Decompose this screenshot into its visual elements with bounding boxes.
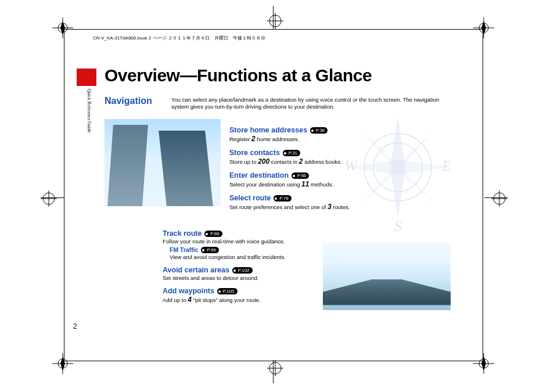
svg-marker-3 [60, 21, 65, 35]
feature-avoid-areas: Avoid certain areas P.102 Set streets an… [163, 266, 314, 281]
feature-desc: Set streets and areas to detour around. [163, 275, 314, 281]
feature-add-waypoints: Add waypoints P.103 Add up to 4 "pit sto… [163, 287, 314, 304]
feature-desc: Select your destination using 11 methods… [229, 180, 380, 188]
feature-enter-destination: Enter destination P.56 Select your desti… [229, 171, 380, 188]
red-accent-bar [77, 69, 96, 86]
page-ref-badge: P.99 [201, 247, 218, 253]
registration-mark-icon [52, 17, 73, 38]
side-tab-label: Quick Reference Guide [87, 89, 92, 133]
svg-marker-7 [481, 21, 486, 35]
registration-mark-icon [473, 17, 494, 38]
page-ref-badge: P.102 [232, 267, 253, 274]
feature-title: Store contacts [229, 149, 280, 157]
page-title: Overview—Functions at a Glance [105, 66, 372, 85]
intro-paragraph: You can select any place/landmark as a d… [171, 96, 450, 111]
page-ref-badge: P.78 [274, 195, 291, 202]
feature-title: Avoid certain areas [163, 266, 229, 274]
feature-desc: Store up to 200 contacts in 2 address bo… [229, 157, 380, 166]
page-number: 2 [73, 322, 77, 330]
feature-subtitle: FM Traffic [170, 246, 199, 253]
page-ref-badge: P.31 [283, 150, 300, 156]
buildings-photo [105, 119, 221, 206]
registration-mark-icon [52, 353, 73, 374]
feature-desc: Follow your route in real-time with voic… [163, 238, 314, 244]
registration-mark-icon [267, 13, 283, 29]
feature-select-route: Select route P.78 Set route preferences … [229, 194, 380, 211]
registration-mark-icon [41, 190, 57, 207]
highway-photo [323, 243, 451, 310]
page-ref-badge: P.80 [204, 231, 222, 237]
registration-mark-icon [267, 360, 283, 376]
page-ref-badge: P.56 [292, 172, 309, 179]
feature-fm-traffic: FM Traffic P.99 View and avoid congestio… [170, 246, 314, 260]
document-meta: CR-V_KA-31T0A800.book 2 ページ ２０１１年７月４日 月曜… [93, 35, 265, 41]
registration-mark-icon [473, 353, 494, 374]
feature-desc: Set route preferences and select one of … [229, 203, 380, 211]
feature-title: Track route [163, 229, 202, 238]
svg-marker-15 [481, 357, 486, 371]
feature-desc: View and avoid congestion and traffic in… [170, 254, 314, 260]
svg-marker-11 [60, 357, 65, 371]
features-column-right: Store home addresses P.36 Register 2 hom… [229, 126, 380, 217]
feature-title: Select route [229, 194, 271, 202]
feature-title: Enter destination [229, 171, 289, 179]
feature-title: Store home addresses [229, 126, 307, 134]
page-ref-badge: P.36 [310, 127, 328, 134]
compass-s: S [394, 218, 402, 235]
page-ref-badge: P.103 [217, 288, 238, 294]
features-column-lower: Track route P.80 Follow your route in re… [163, 229, 314, 310]
section-heading-navigation: Navigation [105, 96, 152, 106]
registration-mark-icon [491, 190, 508, 207]
feature-desc: Register 2 home addresses. [229, 135, 380, 143]
compass-e: E [441, 157, 451, 174]
feature-desc: Add up to 4 "pit stops" along your route… [163, 296, 314, 304]
feature-track-route: Track route P.80 Follow your route in re… [163, 229, 314, 260]
feature-store-home: Store home addresses P.36 Register 2 hom… [229, 126, 380, 143]
feature-title: Add waypoints [163, 287, 214, 295]
feature-store-contacts: Store contacts P.31 Store up to 200 cont… [229, 149, 380, 166]
